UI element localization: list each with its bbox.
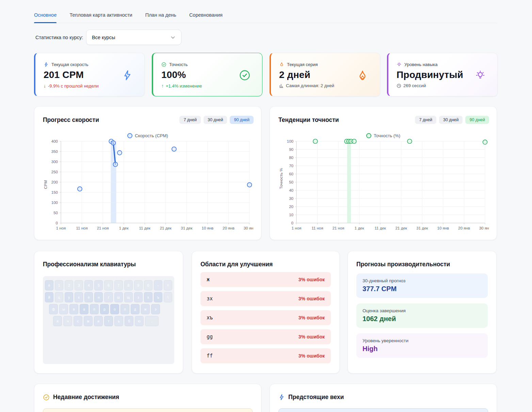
panel-title: Прогнозы производительности [356,261,488,268]
accuracy-chart-plot: 01020304050607080901001 ноя11 ноя21 ноя1… [278,139,489,235]
legend-dot-icon [366,133,371,138]
data-point [313,139,318,144]
range-7d-button[interactable]: 7 дней [179,116,201,124]
improvement-item: gg 3% ошибок [200,329,331,344]
course-select[interactable]: Все курсы [86,30,181,45]
key-и: и [94,316,103,326]
accuracy-trends-card: Тенденции точности 7 дней 30 дней 90 дне… [270,106,497,240]
legend-label: Точность (%) [374,133,400,138]
key-0: 0 [144,280,152,290]
key-4: 4 [84,280,93,290]
key-н: н [94,292,103,302]
svg-text:20: 20 [289,205,293,209]
key-5: 5 [94,280,103,290]
data-point [483,140,487,144]
stat-change-text: +1.4% изменение [166,83,202,89]
svg-text:40: 40 [289,188,293,192]
svg-text:10 янв: 10 янв [437,226,449,230]
panel-title: Недавние достижения [53,394,119,401]
error-pattern: ff [207,353,213,359]
tab-main[interactable]: Основное [34,7,57,23]
error-pattern: gg [207,334,213,340]
achievement-item [43,408,253,412]
panel-title: Предстоящие вехи [288,394,344,401]
range-90d-button[interactable]: 90 дней [465,116,489,124]
key-ж: ж [141,304,150,314]
key-р: р [100,304,109,314]
svg-text:0: 0 [56,221,58,225]
svg-text:50: 50 [53,211,58,215]
key-я: я [53,316,62,326]
chart-legend: Скорость (CPM) [34,133,261,138]
svg-text:350: 350 [51,149,58,154]
error-pattern: хъ [207,315,213,321]
svg-text:1 ноя: 1 ноя [56,226,66,230]
svg-text:30 янв: 30 янв [479,226,489,230]
bulb-icon [475,69,486,81]
svg-text:10 янв: 10 янв [202,226,214,230]
key-ы: ы [59,304,68,314]
key-щ: щ [124,292,133,302]
svg-text:50: 50 [289,180,293,184]
award-check-icon [43,394,50,401]
key-3: 3 [75,280,83,290]
key-\: \ [164,292,172,302]
key-г: г [104,292,113,302]
panel-title: Области для улучшения [200,261,331,268]
key-ь: ь [114,316,123,326]
range-30d-button[interactable]: 30 дней [204,116,227,124]
data-point [407,139,412,144]
tab-competitions[interactable]: Соревнования [189,7,223,23]
svg-text:1 дек: 1 дек [119,226,129,230]
prediction-value: High [362,345,482,353]
svg-text:150: 150 [51,190,58,194]
svg-text:20 янв: 20 янв [458,226,470,230]
svg-text:21 ноя: 21 ноя [97,226,109,230]
svg-text:21 дек: 21 дек [160,226,172,230]
arrow-down-icon: ↓ [44,83,46,89]
range-90d-button[interactable]: 90 дней [230,116,254,124]
key-ф: ф [49,304,58,314]
tab-bar: Основное Тепловая карта активности План … [34,7,497,23]
stat-sub: 269 сессий [397,83,490,88]
stat-card-speed: Текущая скорость 201 CPM ↓ -9.9% с прошл… [34,53,145,96]
svg-text:11 ноя: 11 ноя [76,226,88,230]
tab-day-plan[interactable]: План на день [145,7,176,23]
key-п: п [90,304,99,314]
keyboard-row: фывапролджэ [49,304,172,314]
typing-stats-dashboard: Основное Тепловая карта активности План … [0,0,532,412]
tab-activity-heatmap[interactable]: Тепловая карта активности [69,7,132,23]
stat-card-skill: Уровень навыка Продвинутый 269 сессий [387,53,498,96]
error-pattern: зх [207,296,213,302]
stat-change-text: -9.9% с прошлой недели [48,83,99,89]
stat-sub-text: 269 сессий [403,83,426,88]
key-8: 8 [124,280,133,290]
range-pills: 7 дней 30 дней 90 дней [179,116,254,124]
flame-icon [357,69,368,82]
svg-text:200: 200 [51,180,58,184]
svg-text:70: 70 [289,164,293,168]
milestone-item [278,408,488,412]
prediction-label: Оценка завершения [362,308,482,313]
keyboard-row: йцукенгшщзхъ\ [45,292,172,302]
error-rate: 3% ошибок [299,334,325,339]
svg-text:30 янв: 30 янв [244,226,254,230]
range-7d-button[interactable]: 7 дней [415,116,436,124]
svg-text:1 дек: 1 дек [355,226,365,230]
svg-text:300: 300 [51,160,58,164]
stat-card-streak: Текущая серия 2 дней Самая длинная: 2 дн… [270,53,380,96]
svg-text:250: 250 [51,170,58,174]
key-з: з [134,292,143,302]
improvement-item: ff 3% ошибок [200,348,331,363]
improvement-areas-card: Области для улучшения ж 3% ошибок зх 3% … [192,251,340,374]
prediction-label: Уровень уверенности [362,338,482,343]
range-30d-button[interactable]: 30 дней [439,116,463,124]
svg-text:20 янв: 20 янв [223,226,235,230]
arrow-up-icon: ↑ [161,83,164,89]
key-ч: ч [63,316,72,326]
svg-text:80: 80 [289,156,293,160]
key-2: 2 [65,280,73,290]
key-о: о [110,304,119,314]
key-д: д [131,304,140,314]
lightning-icon [278,394,285,400]
